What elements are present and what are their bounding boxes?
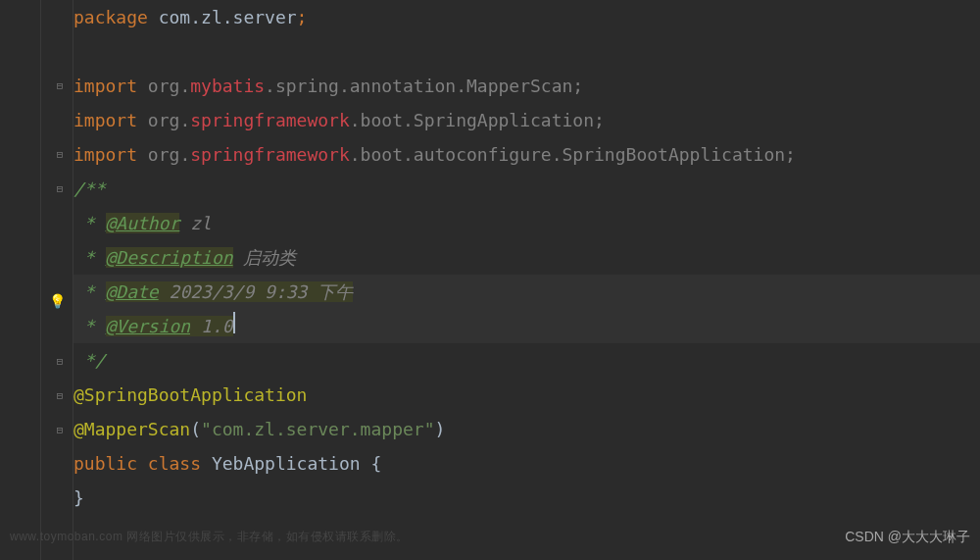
javadoc-value: 2023/3/9 9:33 下午 <box>159 281 354 302</box>
code-line: import org.springframework.boot.autoconf… <box>74 137 980 172</box>
fold-marker-icon[interactable]: ⊟ <box>53 423 67 436</box>
code-line: } <box>74 481 980 515</box>
code-line: @SpringBootApplication <box>74 378 980 412</box>
comment-end: */ <box>74 350 106 371</box>
javadoc-value: zl <box>179 213 212 233</box>
code-line: * @Author zl <box>74 206 980 240</box>
import-path: .boot.autoconfigure.SpringBootApplicatio… <box>350 144 796 165</box>
code-line <box>74 34 980 69</box>
keyword: import <box>74 76 137 96</box>
code-line-active: * @Version 1.0 <box>74 309 980 343</box>
brace: { <box>370 453 381 474</box>
fold-marker-icon[interactable]: ⊟ <box>53 181 67 195</box>
fold-marker-icon[interactable]: ⊟ <box>53 147 67 161</box>
comment: * <box>74 213 106 233</box>
annotation: @SpringBootApplication <box>74 384 307 405</box>
import-path: org. <box>137 76 190 96</box>
import-path: .boot.SpringApplication; <box>350 110 605 130</box>
javadoc-tag: @Description <box>106 247 233 268</box>
code-editor[interactable]: ⊟ ⊟ ⊟ 💡 ⊟ ⊟ ⊟ package com.zl.server; imp… <box>0 0 980 560</box>
watermark-text: CSDN @大大大琳子 <box>845 520 970 554</box>
watermark-text: www.toymoban.com 网络图片仅供展示，非存储，如有侵权请联系删除。 <box>10 520 409 554</box>
javadoc-tag: @Version <box>106 316 191 336</box>
paren: ) <box>434 419 445 439</box>
keyword: import <box>74 144 137 165</box>
paren: ( <box>190 419 201 439</box>
import-path: mybatis <box>190 76 265 96</box>
comment: * <box>74 316 106 336</box>
code-line: @MapperScan("com.zl.server.mapper") <box>74 412 980 446</box>
keyword: package <box>74 7 148 27</box>
fold-marker-icon[interactable]: ⊟ <box>53 388 67 402</box>
import-path: springframework <box>190 144 350 165</box>
code-line: */ <box>74 343 980 378</box>
code-line: /** <box>74 172 980 206</box>
code-line-active: * @Date 2023/3/9 9:33 下午 <box>74 275 980 309</box>
string-literal: "com.zl.server.mapper" <box>201 419 434 439</box>
javadoc-tag: @Date <box>106 281 159 302</box>
keyword: import <box>74 110 137 130</box>
javadoc-value: 1.0 <box>190 316 232 336</box>
fold-marker-icon[interactable]: ⊟ <box>53 78 67 92</box>
comment: * <box>74 281 106 302</box>
code-line: import org.springframework.boot.SpringAp… <box>74 103 980 137</box>
brace: } <box>74 487 84 508</box>
keyword: class <box>148 453 201 474</box>
code-area[interactable]: package com.zl.server; import org.mybati… <box>74 0 980 560</box>
code-line: import org.mybatis.spring.annotation.Map… <box>74 69 980 103</box>
lightbulb-icon[interactable]: 💡 <box>49 284 67 302</box>
code-line: package com.zl.server; <box>74 0 980 34</box>
import-path: org. <box>137 110 190 130</box>
semicolon: ; <box>297 7 308 27</box>
code-line: public class YebApplication { <box>74 446 980 481</box>
comment: * <box>74 247 106 268</box>
comment-start: /** <box>74 178 106 199</box>
annotation: @MapperScan <box>74 419 190 439</box>
editor-gutter: ⊟ ⊟ ⊟ 💡 ⊟ ⊟ ⊟ <box>0 0 74 560</box>
package-path: com.zl.server <box>148 7 297 27</box>
javadoc-value: 启动类 <box>233 247 297 268</box>
javadoc-tag: @Author <box>106 213 180 233</box>
class-name: YebApplication <box>201 453 370 474</box>
import-path: .spring.annotation.MapperScan; <box>265 76 583 96</box>
fold-marker-icon[interactable]: ⊟ <box>53 354 67 368</box>
code-line: * @Description 启动类 <box>74 240 980 275</box>
keyword: public <box>74 453 148 474</box>
import-path: org. <box>137 144 190 165</box>
import-path: springframework <box>190 110 350 130</box>
text-cursor <box>233 312 235 333</box>
